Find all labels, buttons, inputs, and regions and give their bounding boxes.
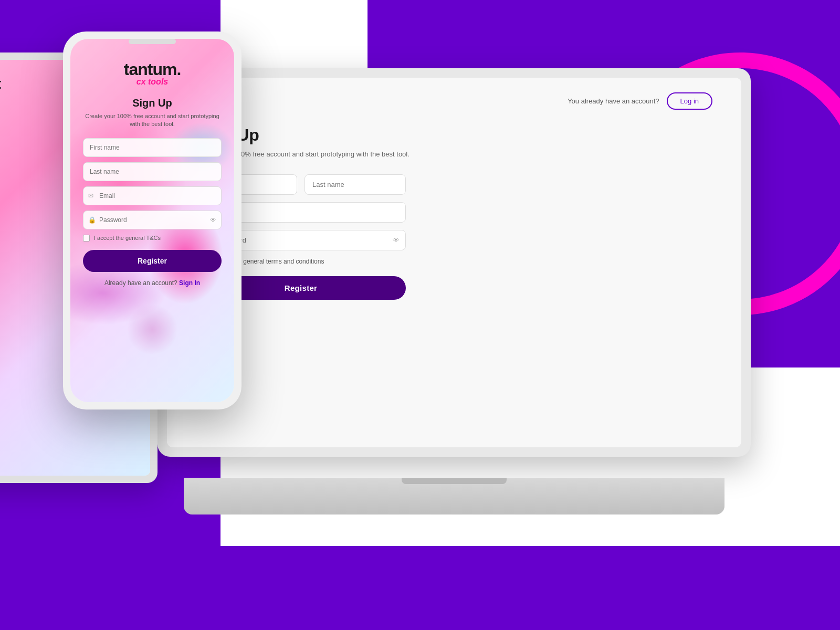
phone-lastname-input[interactable] — [83, 162, 222, 181]
laptop-device: You already have an account? Log in Sign… — [158, 68, 777, 514]
laptop-account-text: You already have an account? — [568, 97, 659, 105]
phone-notch — [129, 39, 176, 44]
phone-device: tantum. cx tools Sign Up Create your 100… — [63, 32, 242, 410]
phone-register-button[interactable]: Register — [83, 250, 222, 272]
laptop-login-button[interactable]: Log in — [667, 92, 712, 110]
phone-form-title: Sign Up — [83, 97, 222, 109]
laptop-header: You already have an account? Log in — [196, 92, 712, 110]
eye-off-icon: 👁 — [210, 216, 216, 224]
phone-signin-text: Already have an account? — [104, 279, 177, 287]
phone-terms-checkbox[interactable] — [83, 235, 90, 242]
laptop-screen-inner: You already have an account? Log in Sign… — [167, 78, 741, 447]
phone-screen: tantum. cx tools Sign Up Create your 100… — [70, 39, 234, 402]
phone-email-wrap: ✉ — [83, 186, 222, 205]
laptop-content: You already have an account? Log in Sign… — [167, 78, 741, 447]
laptop-lastname-input[interactable] — [304, 174, 406, 195]
laptop-base — [184, 478, 724, 514]
phone-password-wrap: 🔒 👁 — [83, 211, 222, 229]
phone-form-subtitle: Create your 100% free account and start … — [83, 112, 222, 129]
phone-brand-name: tantum. — [83, 60, 222, 79]
phone-brand-sub: cx tools — [83, 77, 222, 87]
phone-terms-row: I accept the general T&Cs — [83, 235, 222, 242]
phone-email-input[interactable] — [83, 186, 222, 205]
laptop-screen-outer: You already have an account? Log in Sign… — [158, 68, 751, 457]
lock-icon: 🔒 — [88, 216, 96, 224]
email-icon: ✉ — [88, 192, 93, 200]
scene: tant tantum. cx tools Sign Up Create you… — [0, 0, 840, 630]
eye-off-icon: 👁 — [393, 236, 400, 244]
phone-terms-label: I accept the general T&Cs — [94, 235, 161, 241]
phone-signin-row: Already have an account? Sign In — [83, 279, 222, 287]
laptop-lastname-wrap — [304, 174, 406, 195]
phone-signin-link[interactable]: Sign In — [179, 279, 200, 287]
phone-logo: tantum. cx tools — [83, 60, 222, 87]
laptop-form-area: Sign Up Create your 100% free account an… — [196, 125, 712, 300]
laptop-form-title: Sign Up — [196, 125, 712, 145]
phone-content: tantum. cx tools Sign Up Create your 100… — [70, 39, 234, 299]
phone-firstname-input[interactable] — [83, 138, 222, 157]
laptop-form-subtitle: Create your 100% free account and start … — [196, 149, 712, 160]
phone-password-input[interactable] — [83, 211, 222, 229]
